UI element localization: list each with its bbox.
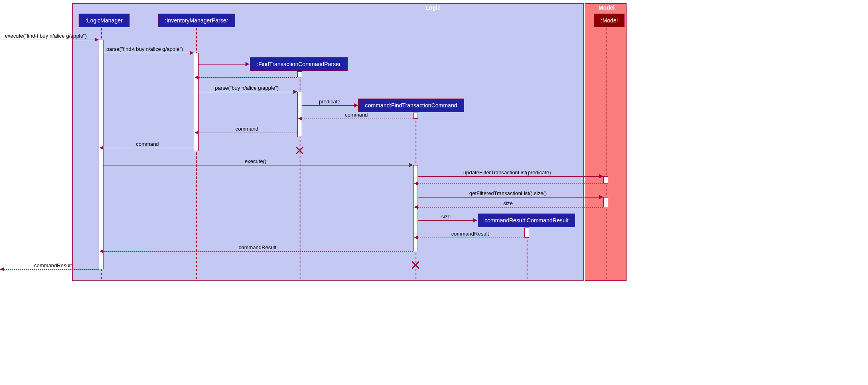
arrow-m2 — [103, 53, 194, 53]
participant-inventory-parser: :InventoryManagerParser — [158, 14, 235, 27]
arrow-m1 — [0, 40, 99, 40]
package-logic-label: Logic — [426, 4, 440, 11]
message-m2: parse("find-t buy n/alice g/apple") — [106, 46, 183, 52]
arrowhead-m14 — [99, 249, 103, 253]
participant-logic-manager: :LogicManager — [79, 14, 130, 27]
destroy-find-command — [411, 260, 420, 269]
activation-logic-manager — [99, 40, 103, 269]
arrowhead-m4 — [354, 103, 358, 107]
activation-model-1 — [603, 176, 608, 183]
message-m4: predicate — [319, 99, 340, 105]
arrowhead-return-m9 — [414, 181, 418, 185]
arrowhead-m11 — [414, 205, 418, 209]
message-m5: command — [345, 112, 368, 118]
arrow-create-parser — [199, 64, 249, 65]
arrow-m13 — [418, 238, 524, 238]
arrowhead-m15 — [0, 267, 4, 271]
arrowhead-m7 — [99, 146, 103, 150]
message-m11: size — [503, 200, 513, 206]
arrowhead-m5 — [298, 117, 302, 121]
message-m15: commandResult — [34, 262, 72, 268]
message-m10: getFilteredTransactionList().size() — [469, 190, 547, 196]
arrow-m11 — [418, 207, 603, 208]
arrow-return-parser — [199, 77, 297, 78]
arrow-return-m9 — [418, 183, 603, 184]
arrow-m7 — [103, 148, 194, 148]
arrowhead-return-parser — [195, 75, 199, 79]
arrow-m12 — [418, 220, 477, 221]
activation-find-command-1 — [413, 113, 418, 119]
arrow-m10 — [418, 197, 603, 198]
message-m3: parse("buy n/alice g/apple") — [215, 85, 279, 91]
arrowhead-m10 — [599, 195, 603, 199]
arrowhead-m8 — [409, 163, 413, 167]
destroy-find-parser — [295, 145, 304, 155]
arrow-m9 — [418, 176, 603, 177]
arrow-m8 — [103, 165, 413, 165]
activation-command-result — [524, 228, 529, 238]
activation-model-2 — [603, 197, 608, 207]
arrowhead-m6 — [195, 131, 199, 135]
activation-find-parser-1 — [297, 71, 302, 77]
arrow-m5 — [302, 119, 413, 119]
message-m6: command — [235, 126, 258, 132]
arrowhead-m13 — [414, 236, 418, 240]
arrowhead-m1 — [95, 38, 99, 42]
message-m1: execute("find-t buy n/alice g/apple") — [5, 33, 87, 39]
participant-find-parser: :FindTransactionCommandParser — [250, 57, 348, 71]
message-m14: commandResult — [239, 244, 276, 250]
lifeline-model — [606, 28, 606, 279]
arrow-m15 — [0, 269, 99, 270]
arrowhead-m12 — [473, 218, 477, 222]
message-m8: execute() — [245, 158, 266, 164]
participant-command-result: commandResult:CommandResult — [478, 214, 575, 227]
activation-find-parser-2 — [297, 92, 302, 137]
arrowhead-m9 — [599, 174, 603, 178]
activation-inventory-parser — [194, 53, 199, 151]
message-m9: updateFilterTransactionList(predicate) — [463, 169, 551, 175]
message-m13: commandResult — [451, 231, 489, 237]
participant-find-command: command:FindTransactionCommand — [358, 99, 464, 112]
arrowhead-create-parser — [245, 62, 249, 66]
arrow-m3 — [199, 92, 297, 92]
arrow-m14 — [103, 251, 413, 252]
arrowhead-m2 — [190, 51, 194, 55]
arrow-m4 — [302, 105, 358, 106]
message-m12: size — [441, 214, 450, 220]
arrow-m6 — [199, 133, 297, 133]
message-m7: command — [136, 141, 159, 147]
arrowhead-m3 — [293, 90, 297, 94]
package-model-label: Model — [598, 4, 614, 11]
participant-model: :Model — [594, 14, 625, 27]
